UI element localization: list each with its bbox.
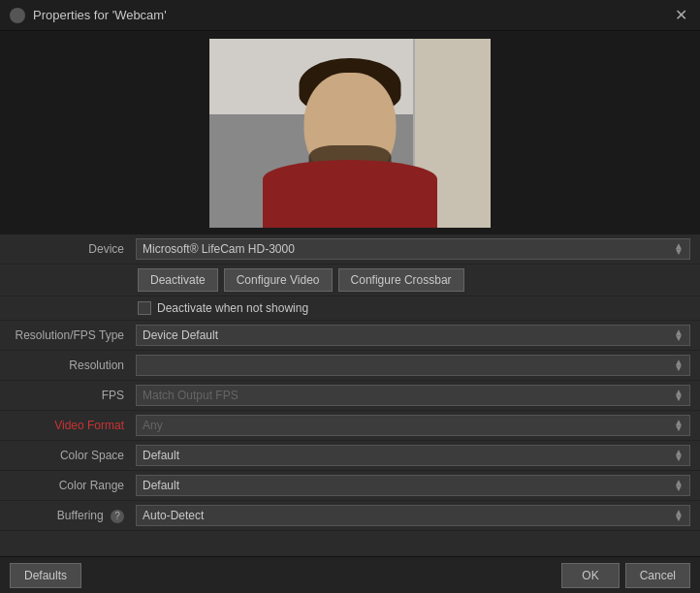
resolution-fps-type-label: Resolution/FPS Type — [10, 328, 136, 342]
deactivate-checkbox-label: Deactivate when not showing — [157, 301, 308, 315]
device-label: Device — [10, 242, 136, 256]
webcam-preview — [209, 39, 491, 228]
color-range-dropdown[interactable]: Default ▲ ▼ — [136, 475, 690, 496]
preview-area — [0, 31, 700, 234]
bottom-bar: Defaults OK Cancel — [0, 556, 700, 593]
color-range-arrow: ▲ ▼ — [674, 480, 684, 491]
fps-placeholder: Match Output FPS — [143, 389, 239, 402]
color-space-arrow: ▲ ▼ — [674, 450, 684, 461]
deactivate-button[interactable]: Deactivate — [138, 268, 218, 292]
deactivate-checkbox-row: Deactivate when not showing — [0, 296, 700, 321]
color-space-value: Default — [143, 449, 179, 462]
close-button[interactable]: ✕ — [671, 6, 690, 25]
configure-crossbar-button[interactable]: Configure Crossbar — [338, 268, 464, 292]
buffering-label: Buffering ? — [10, 509, 136, 523]
defaults-button[interactable]: Defaults — [10, 563, 81, 588]
video-format-row: Video Format Any ▲ ▼ — [0, 411, 700, 441]
color-space-row: Color Space Default ▲ ▼ — [0, 441, 700, 471]
device-dropdown[interactable]: Microsoft® LifeCam HD-3000 ▲ ▼ — [136, 238, 690, 260]
video-format-label: Video Format — [10, 419, 136, 432]
fps-arrow: ▲ ▼ — [674, 390, 684, 401]
resolution-arrow: ▲ ▼ — [674, 359, 684, 371]
color-space-label: Color Space — [10, 449, 136, 462]
color-range-value: Default — [143, 479, 179, 492]
webcam-shirt — [263, 160, 437, 228]
resolution-fps-type-dropdown[interactable]: Device Default ▲ ▼ — [136, 325, 690, 346]
video-format-dropdown[interactable]: Any ▲ ▼ — [136, 415, 690, 436]
video-format-value: Any — [143, 419, 163, 432]
fps-label: FPS — [10, 389, 136, 402]
resolution-fps-type-row: Resolution/FPS Type Device Default ▲ ▼ — [0, 321, 700, 351]
cancel-button[interactable]: Cancel — [625, 563, 690, 588]
buffering-value: Auto-Detect — [143, 509, 204, 522]
deactivate-checkbox[interactable] — [138, 301, 151, 315]
window-title: Properties for 'Webcam' — [33, 8, 671, 22]
device-row: Device Microsoft® LifeCam HD-3000 ▲ ▼ — [0, 234, 700, 265]
color-range-label: Color Range — [10, 479, 136, 492]
ok-button[interactable]: OK — [561, 563, 619, 588]
color-space-dropdown[interactable]: Default ▲ ▼ — [136, 445, 690, 466]
resolution-fps-type-value: Device Default — [143, 328, 218, 342]
buffering-dropdown[interactable]: Auto-Detect ▲ ▼ — [136, 505, 690, 526]
resolution-row: Resolution ▲ ▼ — [0, 351, 700, 381]
resolution-label: Resolution — [10, 359, 136, 372]
configure-video-button[interactable]: Configure Video — [224, 268, 333, 292]
device-dropdown-arrow: ▲ ▼ — [674, 243, 684, 255]
app-icon — [10, 8, 25, 23]
titlebar: Properties for 'Webcam' ✕ — [0, 0, 700, 31]
resolution-dropdown[interactable]: ▲ ▼ — [136, 355, 690, 376]
action-buttons-row: Deactivate Configure Video Configure Cro… — [0, 265, 700, 296]
video-format-arrow: ▲ ▼ — [674, 420, 684, 431]
buffering-row: Buffering ? Auto-Detect ▲ ▼ — [0, 501, 700, 531]
buffering-arrow: ▲ ▼ — [674, 510, 684, 521]
resolution-fps-type-arrow: ▲ ▼ — [674, 329, 684, 341]
device-value: Microsoft® LifeCam HD-3000 — [143, 242, 295, 256]
fps-row: FPS Match Output FPS ▲ ▼ — [0, 381, 700, 411]
fps-dropdown[interactable]: Match Output FPS ▲ ▼ — [136, 385, 690, 406]
color-range-row: Color Range Default ▲ ▼ — [0, 471, 700, 501]
bottom-right-buttons: OK Cancel — [561, 563, 690, 588]
buffering-help-icon[interactable]: ? — [111, 510, 124, 523]
